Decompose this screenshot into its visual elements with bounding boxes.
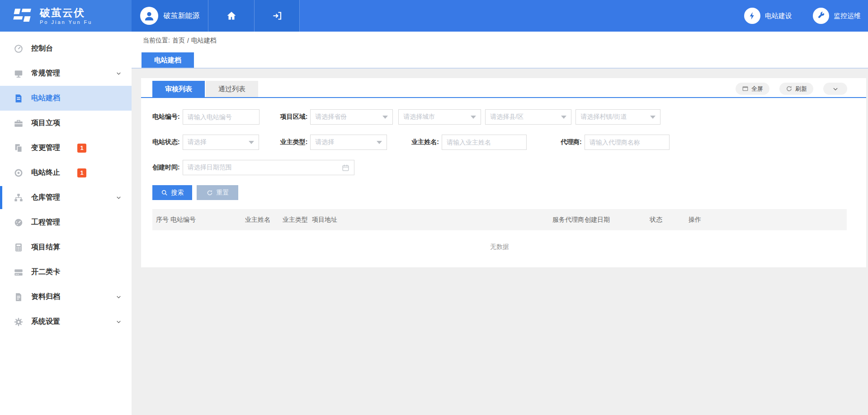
date-range-picker[interactable]: 请选择日期范围 xyxy=(183,160,354,175)
refresh-button[interactable]: 刷新 xyxy=(779,83,813,95)
sidebar-item-open-class2-card[interactable]: 开二类卡 xyxy=(0,260,132,284)
briefcase-icon xyxy=(14,118,24,128)
empty-state: 无数据 xyxy=(152,230,847,264)
owner-type-select[interactable]: 请选择 xyxy=(310,135,387,150)
sidebar-item-general-mgmt[interactable]: 常规管理 xyxy=(0,61,132,86)
station-no-input[interactable] xyxy=(183,109,259,125)
col-project-address: 项目地址 xyxy=(312,216,552,224)
sidebar-item-change-mgmt[interactable]: 变更管理 1 xyxy=(0,135,132,160)
fullscreen-icon xyxy=(742,85,749,92)
col-station-no: 电站编号 xyxy=(170,216,245,224)
search-icon xyxy=(161,189,168,196)
region-label: 项目区域: xyxy=(280,113,308,121)
page-tab-bar: 电站建档 xyxy=(132,50,868,69)
dashboard-icon xyxy=(14,218,24,228)
col-status: 状态 xyxy=(650,216,689,224)
city-select[interactable]: 请选择城市 xyxy=(398,109,481,125)
sidebar-item-engineering-mgmt[interactable]: 工程管理 xyxy=(0,210,132,235)
sidebar-item-label: 电站终止 xyxy=(31,168,60,177)
town-placeholder: 请选择村镇/街道 xyxy=(580,113,627,121)
sidebar-item-project-initiation[interactable]: 项目立项 xyxy=(0,111,132,135)
select-caret-icon xyxy=(561,116,566,119)
reset-label: 重置 xyxy=(217,189,229,197)
collapse-button[interactable] xyxy=(823,83,847,95)
filter-row-1: 电站编号: 项目区域: 请选择省份 请选择城市 xyxy=(152,109,866,125)
agent-input[interactable] xyxy=(585,135,670,150)
owner-type-placeholder: 请选择 xyxy=(315,138,334,146)
sidebar-item-project-settlement[interactable]: 项目结算 xyxy=(0,235,132,260)
sidebar-item-label: 项目结算 xyxy=(31,242,60,252)
breadcrumb-current: 电站建档 xyxy=(191,37,217,45)
col-actions: 操作 xyxy=(689,216,847,224)
chevron-down-icon xyxy=(116,319,122,325)
station-termination-badge: 1 xyxy=(77,168,86,177)
sidebar-item-console[interactable]: 控制台 xyxy=(0,36,132,61)
breadcrumb-prefix: 当前位置: xyxy=(143,37,170,45)
sidebar-item-label: 控制台 xyxy=(31,44,53,53)
logout-icon xyxy=(272,10,283,21)
mode-monitor-ops[interactable]: 监控运维 xyxy=(813,8,861,24)
sidebar-item-warehouse-mgmt[interactable]: 仓库管理 xyxy=(0,185,132,210)
wrench-icon xyxy=(813,8,829,24)
county-select[interactable]: 请选择县/区 xyxy=(485,109,571,125)
filter-form: 电站编号: 项目区域: 请选择省份 请选择城市 xyxy=(141,98,866,175)
sidebar-item-data-archive[interactable]: 资料归档 xyxy=(0,284,132,309)
select-caret-icon xyxy=(471,116,476,119)
sidebar-item-label: 变更管理 xyxy=(31,143,60,153)
logout-button[interactable] xyxy=(255,0,300,32)
chevron-down-icon xyxy=(116,70,122,76)
archive-icon xyxy=(14,292,24,302)
col-service-agent: 服务代理商 xyxy=(552,216,585,224)
filter-station-status: 电站状态: 请选择 xyxy=(152,135,259,150)
filter-row-3: 创建时间: 请选择日期范围 xyxy=(152,160,866,175)
sidebar-item-label: 电站建档 xyxy=(31,93,60,103)
mode-station-build[interactable]: 电站建设 xyxy=(744,8,792,24)
change-mgmt-badge: 1 xyxy=(77,144,86,153)
refresh-label: 刷新 xyxy=(795,85,807,93)
tab-passed-list[interactable]: 通过列表 xyxy=(206,81,258,97)
owner-name-input[interactable] xyxy=(442,135,527,150)
filter-owner-name: 业主姓名: xyxy=(411,135,527,150)
top-header: 破茧云伏 Po Jian Yun Fu 破茧新能源 xyxy=(0,0,868,32)
col-index: 序号 xyxy=(152,216,170,224)
search-label: 搜索 xyxy=(171,189,184,197)
station-status-select[interactable]: 请选择 xyxy=(183,135,259,150)
station-no-label: 电站编号: xyxy=(152,113,180,121)
table-header-row: 序号 电站编号 业主姓名 业主类型 项目地址 服务代理商 创建日期 状态 操作 xyxy=(152,209,847,230)
select-caret-icon xyxy=(650,116,656,119)
chevron-down-icon xyxy=(116,195,122,201)
sidebar-item-label: 工程管理 xyxy=(31,218,60,227)
record-icon xyxy=(14,168,24,178)
brand-text: 破茧云伏 Po Jian Yun Fu xyxy=(40,7,92,25)
date-range-placeholder: 请选择日期范围 xyxy=(188,163,232,172)
town-select[interactable]: 请选择村镇/街道 xyxy=(576,109,660,125)
agent-label: 代理商: xyxy=(561,138,582,146)
sidebar-item-label: 常规管理 xyxy=(31,69,60,78)
user-account[interactable]: 破茧新能源 xyxy=(132,0,208,32)
tab-review-list[interactable]: 审核列表 xyxy=(152,81,205,97)
fullscreen-button[interactable]: 全屏 xyxy=(736,83,769,95)
province-placeholder: 请选择省份 xyxy=(315,113,347,121)
gear-icon xyxy=(14,317,24,327)
sidebar-item-station-termination[interactable]: 电站终止 1 xyxy=(0,160,132,185)
search-button[interactable]: 搜索 xyxy=(152,185,192,200)
sidebar-item-station-filing[interactable]: 电站建档 xyxy=(0,86,132,111)
chevron-down-icon xyxy=(116,294,122,300)
breadcrumb-home[interactable]: 首页 xyxy=(172,37,185,45)
sidebar-item-system-settings[interactable]: 系统设置 xyxy=(0,309,132,334)
station-status-label: 电站状态: xyxy=(152,138,180,146)
home-button[interactable] xyxy=(208,0,255,32)
filter-row-2: 电站状态: 请选择 业主类型: 请选择 xyxy=(152,135,866,150)
document-icon xyxy=(14,93,24,103)
owner-name-label: 业主姓名: xyxy=(411,138,439,146)
sidebar-item-label: 项目立项 xyxy=(31,118,60,128)
province-select[interactable]: 请选择省份 xyxy=(310,109,393,125)
main-layout: 控制台 常规管理 电站建档 xyxy=(0,32,868,415)
filter-station-no: 电站编号: xyxy=(152,109,259,125)
results-table: 序号 电站编号 业主姓名 业主类型 项目地址 服务代理商 创建日期 状态 操作 … xyxy=(152,209,847,264)
reset-icon xyxy=(206,189,213,196)
reset-button[interactable]: 重置 xyxy=(197,185,238,200)
page-tab-station-filing[interactable]: 电站建档 xyxy=(142,52,194,68)
filter-region: 项目区域: 请选择省份 请选择城市 请选择县/区 xyxy=(280,109,661,125)
sitemap-icon xyxy=(14,193,24,203)
